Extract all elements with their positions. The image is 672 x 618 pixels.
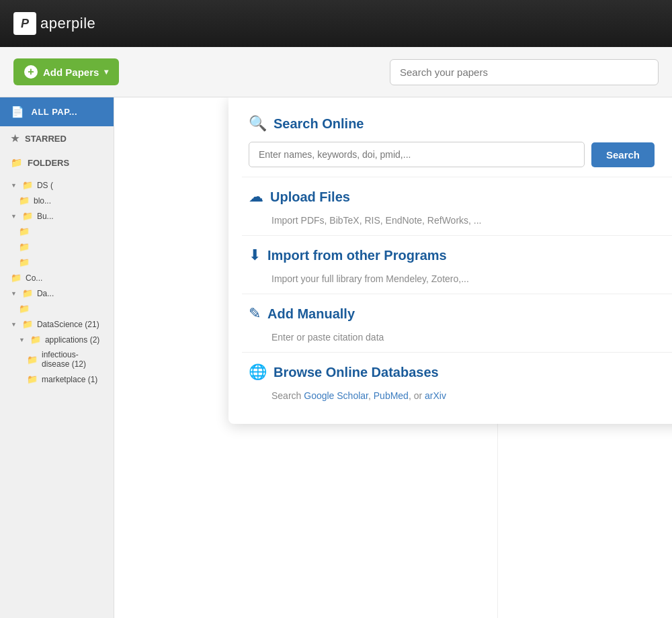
folder-bu-icon: 📁 [22, 211, 33, 221]
folder-item-da-child[interactable]: 📁 [0, 301, 114, 316]
folder-item-datascience[interactable]: ▼ 📁 DataScience (21) [0, 316, 114, 332]
import-programs-section: ⬇ Import from other Programs Import your… [228, 236, 672, 294]
import-programs-subtitle: Import your full library from Mendeley, … [249, 273, 672, 284]
expand-icon: ▼ [19, 337, 25, 343]
folder-co-icon: 📁 [11, 273, 22, 283]
sidebar-item-folders[interactable]: 📁 FOLDERS [0, 150, 114, 175]
folders-label: FOLDERS [28, 158, 69, 168]
folder-icon: 📁 [19, 257, 30, 267]
chevron-down-icon: ▾ [104, 67, 108, 77]
online-search-input[interactable] [249, 142, 585, 167]
folder-item-bu[interactable]: ▼ 📁 Bu... [0, 208, 114, 224]
folder-datascience-icon: 📁 [22, 319, 33, 329]
arxiv-link[interactable]: arXiv [425, 390, 446, 401]
import-programs-title: Import from other Programs [267, 248, 447, 263]
search-online-header: 🔍 Search Online [249, 115, 672, 132]
browse-databases-section: 🌐 Browse Online Databases Search Google … [228, 353, 672, 410]
folder-item-ds[interactable]: ▼ 📁 DS ( [0, 177, 114, 193]
search-online-section: 🔍 Search Online Search [228, 104, 672, 177]
folder-item-blo[interactable]: 📁 blo... [0, 193, 114, 208]
sidebar-item-all-papers[interactable]: 📄 ALL PAP... [0, 97, 114, 126]
search-papers-input[interactable] [390, 59, 659, 85]
globe-icon: 🌐 [249, 363, 267, 381]
upload-files-section: ☁ Upload Files Import PDFs, BibTeX, RIS,… [228, 177, 672, 235]
add-papers-dropdown: 🔍 Search Online Search ☁ Upload Files Im… [228, 97, 672, 424]
expand-icon: ▼ [11, 290, 17, 297]
folder-ds-icon: 📁 [22, 180, 33, 190]
google-scholar-link[interactable]: Google Scholar [304, 390, 368, 401]
folder-item-bu-child1[interactable]: 📁 [0, 224, 114, 239]
pubmed-link[interactable]: PubMed [374, 390, 409, 401]
folder-icon: 📁 [19, 304, 30, 314]
expand-icon: ▼ [11, 321, 17, 328]
folder-icon: 📁 [19, 242, 30, 252]
edit-manually-icon: ✎ [249, 305, 261, 322]
upload-files-subtitle: Import PDFs, BibTeX, RIS, EndNote, RefWo… [249, 215, 672, 226]
import-icon: ⬇ [249, 247, 261, 264]
folder-item-marketplace[interactable]: 📁 marketplace (1) [0, 371, 114, 387]
folder-item-bu-child2[interactable]: 📁 [0, 239, 114, 255]
folder-infectious-icon: 📁 [27, 355, 38, 365]
expand-icon: ▼ [11, 213, 17, 220]
upload-files-title: Upload Files [270, 189, 350, 205]
folder-applications-icon: 📁 [30, 335, 41, 345]
plus-icon: + [24, 65, 38, 79]
folder-tree: ▼ 📁 DS ( 📁 blo... ▼ 📁 Bu... 📁 📁 [0, 175, 114, 390]
search-online-icon: 🔍 [249, 115, 267, 132]
content-area: nmar... tat, 20 Cite ness a y of S , Mun… [114, 97, 672, 618]
app-header: P aperpile [0, 0, 672, 47]
folder-item-da[interactable]: ▼ 📁 Da... [0, 285, 114, 301]
import-programs-header: ⬇ Import from other Programs [249, 247, 672, 264]
sidebar: 📄 ALL PAP... ★ STARRED 📁 FOLDERS ▼ 📁 DS … [0, 97, 114, 618]
star-icon: ★ [11, 133, 19, 144]
folder-item-bu-child3[interactable]: 📁 [0, 255, 114, 270]
folder-icon: 📁 [11, 157, 22, 168]
browse-databases-title: Browse Online Databases [274, 365, 439, 380]
main-layout: 📄 ALL PAP... ★ STARRED 📁 FOLDERS ▼ 📁 DS … [0, 97, 672, 618]
add-papers-label: Add Papers [43, 67, 99, 78]
sidebar-item-starred[interactable]: ★ STARRED [0, 126, 114, 150]
add-manually-title: Add Manually [267, 306, 355, 322]
folder-blo-icon: 📁 [19, 195, 30, 206]
browse-databases-header: 🌐 Browse Online Databases [249, 363, 672, 381]
upload-icon: ☁ [249, 188, 263, 206]
add-papers-button[interactable]: + Add Papers ▾ [13, 58, 119, 85]
search-online-title: Search Online [274, 116, 364, 132]
starred-label: STARRED [25, 134, 67, 144]
add-manually-section: ✎ Add Manually Enter or paste citation d… [228, 294, 672, 352]
expand-icon: ▼ [11, 182, 17, 189]
folder-item-co[interactable]: 📁 Co... [0, 270, 114, 285]
folder-da-icon: 📁 [22, 288, 33, 298]
papers-icon: 📄 [11, 105, 25, 118]
add-manually-subtitle: Enter or paste citation data [249, 332, 672, 343]
add-manually-header: ✎ Add Manually [249, 305, 672, 322]
toolbar: + Add Papers ▾ [0, 47, 672, 97]
folder-icon: 📁 [19, 226, 30, 236]
all-papers-label: ALL PAP... [32, 107, 78, 117]
upload-files-header: ☁ Upload Files [249, 188, 672, 206]
search-button[interactable]: Search [591, 142, 655, 167]
folder-item-applications[interactable]: ▼ 📁 applications (2) [0, 332, 114, 347]
logo-text: aperpile [40, 15, 95, 32]
folder-item-infectious-disease[interactable]: 📁 infectious-disease (12) [0, 347, 114, 371]
logo-icon: P [13, 12, 36, 35]
browse-databases-subtitle: Search Google Scholar, PubMed, or arXiv [249, 390, 672, 401]
folder-marketplace-icon: 📁 [27, 374, 38, 384]
search-online-row: Search [249, 142, 672, 167]
